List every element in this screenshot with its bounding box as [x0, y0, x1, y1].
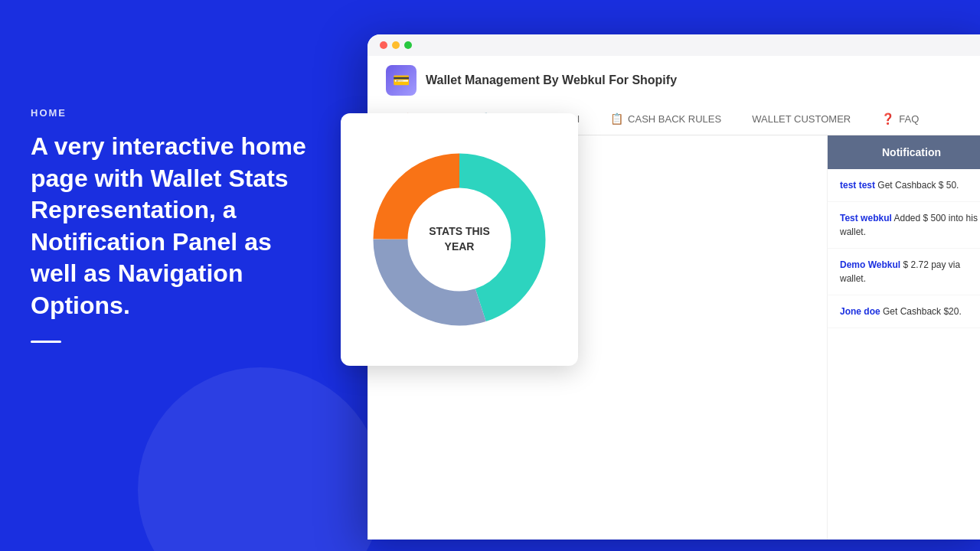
app-logo: 💳: [386, 65, 416, 96]
notif-name-3: Demo Webkul: [840, 259, 900, 270]
faq-tab-icon: ❓: [881, 112, 894, 125]
notification-panel: Notification test test Get Cashback $ 50…: [827, 135, 980, 540]
main-description: A very interactive home page with Wallet…: [31, 131, 322, 322]
tab-wallet-label: WALLET CUSTOMER: [752, 113, 851, 125]
app-title: Wallet Management By Webkul For Shopify: [426, 73, 677, 87]
chart-card-overlay: STATS THIS YEAR: [341, 113, 578, 366]
cashback-tab-icon: 📋: [610, 112, 623, 125]
donut-label: STATS THIS YEAR: [429, 224, 490, 254]
close-dot: [380, 41, 387, 49]
notif-msg-1: Get Cashback $ 50.: [877, 180, 959, 191]
app-title-row: 💳 Wallet Management By Webkul For Shopif…: [386, 65, 977, 96]
notif-name-4: Jone doe: [840, 306, 880, 317]
notification-item-4: Jone doe Get Cashback $20.: [828, 295, 980, 328]
donut-chart: STATS THIS YEAR: [368, 148, 551, 331]
browser-bar: [368, 34, 980, 56]
tab-faq-label: FAQ: [899, 113, 919, 125]
tab-cashback-label: CASH BACK RULES: [628, 113, 721, 125]
wallet-icon: 💳: [393, 72, 410, 89]
text-divider: [31, 341, 61, 343]
notif-msg-4: Get Cashback $20.: [883, 306, 962, 317]
tab-wallet-customer[interactable]: WALLET CUSTOMER: [737, 105, 866, 135]
notification-item-1: test test Get Cashback $ 50.: [828, 169, 980, 202]
notification-item-2: Test webkul Added $ 500 into his wallet.: [828, 202, 980, 249]
tab-faq[interactable]: ❓ FAQ: [866, 105, 934, 135]
notification-header: Notification: [828, 135, 980, 169]
notif-name-1: test test: [840, 180, 875, 191]
notification-item-3: Demo Webkul $ 2.72 pay via wallet.: [828, 249, 980, 295]
home-label: HOME: [31, 107, 322, 119]
left-panel: HOME A very interactive home page with W…: [31, 107, 322, 343]
maximize-dot: [404, 41, 412, 49]
notif-name-2: Test webkul: [840, 213, 892, 223]
minimize-dot: [392, 41, 400, 49]
tab-cashback[interactable]: 📋 CASH BACK RULES: [595, 105, 737, 135]
